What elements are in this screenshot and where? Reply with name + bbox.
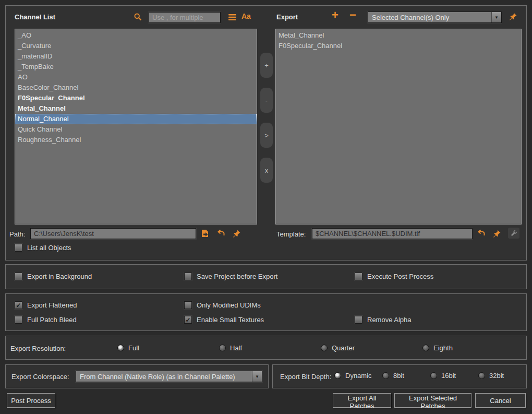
- list-item-f0specular-channel[interactable]: F0Specular_Channel: [276, 41, 521, 51]
- export-title: Export: [276, 13, 298, 21]
- radio-circle[interactable]: [430, 372, 437, 379]
- post-process-button[interactable]: Post Process: [7, 393, 55, 408]
- path-input[interactable]: [30, 228, 196, 239]
- resolution-radio-group: FullHalfQuarterEighth: [117, 344, 524, 352]
- checkbox-export-flattened[interactable]: ✓Export Flattened: [15, 301, 77, 309]
- checkbox-box[interactable]: [355, 316, 362, 324]
- list-item-metal-channel[interactable]: Metal_Channel: [276, 30, 521, 41]
- checkbox-label: Enable Small Textures: [197, 316, 264, 324]
- radio-half[interactable]: Half: [219, 344, 321, 352]
- checkbox-box[interactable]: ✓: [184, 316, 192, 324]
- list-item-quick-channel[interactable]: Quick Channel: [15, 124, 257, 135]
- radio-label: 16bit: [441, 372, 456, 380]
- clear-button[interactable]: x: [260, 158, 273, 183]
- export-mode-value: Selected Channel(s) Only: [368, 14, 491, 21]
- list-item-roughness-channel[interactable]: Roughness_Channel: [15, 135, 257, 145]
- channel-list[interactable]: _AO_Curvature_materialID_TempBakeAOBaseC…: [15, 29, 257, 224]
- list-item-normal-channel[interactable]: Normal_Channel: [15, 114, 257, 124]
- checkbox-only-modified-udims[interactable]: Only Modified UDIMs: [184, 301, 261, 309]
- plus-icon[interactable]: +: [332, 8, 338, 22]
- checkbox-remove-alpha[interactable]: Remove Alpha: [355, 316, 412, 324]
- export-selected-patches-button[interactable]: Export Selected Patches: [394, 393, 471, 408]
- template-input[interactable]: [312, 228, 473, 239]
- radio-circle[interactable]: [117, 345, 124, 351]
- checkbox-box[interactable]: ✓: [15, 301, 22, 309]
- checkbox-full-patch-bleed[interactable]: Full Patch Bleed: [15, 316, 77, 324]
- bit-depth-radio-group: Dynamic8bit16bit32bit: [334, 372, 526, 380]
- radio-label: Half: [230, 344, 242, 352]
- radio-label: Eighth: [433, 344, 453, 352]
- search-icon: [134, 13, 142, 21]
- checkbox-save-project-before-export[interactable]: Save Project before Export: [184, 273, 277, 280]
- export-mode-dropdown[interactable]: Selected Channel(s) Only ▼: [368, 11, 502, 23]
- wrench-icon[interactable]: [508, 228, 519, 239]
- checkbox-enable-small-textures[interactable]: ✓Enable Small Textures: [184, 316, 264, 324]
- radio-full[interactable]: Full: [117, 344, 219, 352]
- cancel-button[interactable]: Cancel: [475, 393, 526, 408]
- radio-quarter[interactable]: Quarter: [321, 344, 422, 352]
- undo-icon[interactable]: [216, 229, 226, 238]
- checkbox-box[interactable]: [15, 316, 22, 324]
- add-button[interactable]: +: [260, 53, 273, 78]
- checkbox-label: Save Project before Export: [197, 273, 277, 280]
- checkbox-box[interactable]: [184, 301, 192, 309]
- checkbox-execute-post-process[interactable]: Execute Post Process: [355, 273, 433, 280]
- list-item-f0specular-channel[interactable]: F0Specular_Channel: [15, 93, 257, 103]
- checkbox-label: Export Flattened: [27, 301, 77, 309]
- radio-circle[interactable]: [422, 345, 429, 351]
- radio-circle[interactable]: [382, 372, 389, 379]
- list-item-ao[interactable]: _AO: [15, 30, 257, 41]
- checkbox-label: List all Objects: [27, 244, 71, 252]
- template-label: Template:: [276, 230, 306, 238]
- checkbox-label: Execute Post Process: [367, 273, 433, 280]
- remove-button[interactable]: -: [260, 88, 273, 113]
- minus-icon[interactable]: −: [349, 8, 356, 22]
- case-sensitive-icon[interactable]: Aa: [241, 12, 251, 20]
- checkbox-label: Export in Background: [27, 273, 92, 280]
- radio-circle[interactable]: [321, 345, 328, 351]
- texture-options-groupbox: [5, 293, 527, 331]
- colorspace-dropdown[interactable]: From Channel (Native Role) (as in Channe…: [76, 371, 262, 382]
- chevron-down-icon[interactable]: ▼: [252, 371, 262, 382]
- radio-circle[interactable]: [219, 345, 226, 351]
- checkbox-box[interactable]: [15, 244, 22, 252]
- channel-list-title: Channel List: [15, 13, 55, 21]
- radio-label: 8bit: [393, 372, 404, 380]
- transfer-buttons: +->x: [260, 53, 273, 183]
- chevron-down-icon[interactable]: ▼: [491, 12, 501, 22]
- export-list[interactable]: Metal_ChannelF0Specular_Channel: [275, 29, 522, 224]
- radio-16bit[interactable]: 16bit: [430, 372, 478, 380]
- export-colorspace-label: Export Colorspace:: [11, 373, 69, 381]
- undo-icon[interactable]: [477, 229, 486, 238]
- radio-label: 32bit: [489, 372, 504, 380]
- filter-menu-icon[interactable]: [228, 14, 236, 20]
- list-item-ao[interactable]: AO: [15, 72, 257, 82]
- radio-circle[interactable]: [334, 372, 341, 379]
- checkbox-label: Only Modified UDIMs: [197, 301, 261, 309]
- pin-icon[interactable]: [493, 229, 501, 238]
- list-item-tempbake[interactable]: _TempBake: [15, 62, 257, 72]
- checkbox-export-in-background[interactable]: Export in Background: [15, 273, 92, 280]
- pin-icon[interactable]: [233, 229, 241, 238]
- radio-dynamic[interactable]: Dynamic: [334, 372, 382, 380]
- radio-eighth[interactable]: Eighth: [422, 344, 524, 352]
- export-bit-depth-label: Export Bit Depth:: [280, 373, 331, 381]
- list-all-objects-checkbox[interactable]: List all Objects: [15, 244, 71, 252]
- checkbox-box[interactable]: [355, 273, 362, 280]
- export-all-patches-button[interactable]: Export All Patches: [333, 393, 391, 408]
- list-item-curvature[interactable]: _Curvature: [15, 41, 257, 51]
- list-item-basecolor-channel[interactable]: BaseColor_Channel: [15, 82, 257, 93]
- pin-icon[interactable]: [509, 12, 517, 20]
- list-item-materialid[interactable]: _materialID: [15, 51, 257, 62]
- export-to-path-icon[interactable]: [200, 229, 210, 238]
- move-button[interactable]: >: [260, 123, 273, 148]
- list-item-metal-channel[interactable]: Metal_Channel: [15, 103, 257, 114]
- search-input[interactable]: [149, 12, 221, 23]
- radio-circle[interactable]: [478, 372, 485, 379]
- radio-8bit[interactable]: 8bit: [382, 372, 430, 380]
- checkbox-box[interactable]: [184, 273, 192, 280]
- colorspace-value: From Channel (Native Role) (as in Channe…: [76, 373, 252, 381]
- radio-32bit[interactable]: 32bit: [478, 372, 526, 380]
- radio-label: Quarter: [332, 344, 355, 352]
- checkbox-box[interactable]: [15, 273, 22, 280]
